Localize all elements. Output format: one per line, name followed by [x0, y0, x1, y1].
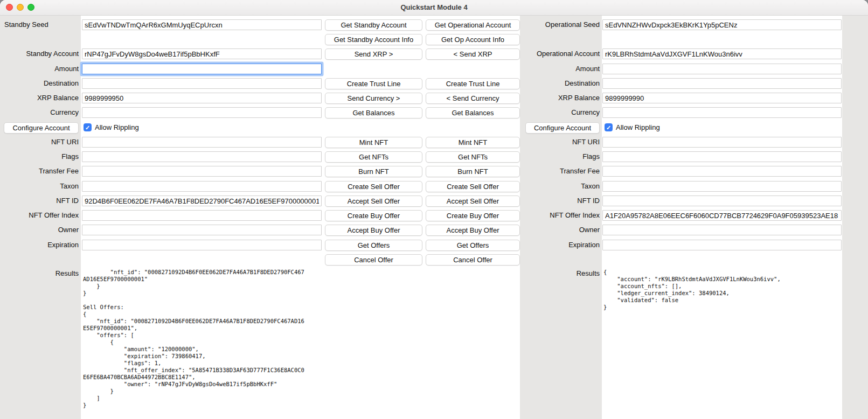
operational-seed-label: Operational Seed — [521, 19, 600, 30]
standby-owner-input[interactable] — [82, 225, 322, 235]
standby-xrp-balance-label: XRP Balance — [0, 93, 79, 103]
operational-seed-input[interactable] — [602, 19, 842, 30]
standby-account-label: Standby Account — [0, 48, 79, 59]
operational-allow-rippling-checkbox[interactable] — [605, 123, 613, 131]
operational-owner-input[interactable] — [602, 225, 842, 235]
operational-destination-label: Destination — [521, 78, 600, 89]
standby-allow-rippling-checkbox[interactable] — [84, 123, 92, 131]
get-operational-account-button[interactable]: Get Operational Account — [426, 19, 520, 31]
operational-send-currency-button[interactable]: < Send Currency — [426, 93, 520, 104]
traffic-lights — [6, 4, 34, 11]
operational-currency-input[interactable] — [602, 107, 842, 118]
standby-amount-input[interactable] — [82, 64, 322, 74]
standby-send-currency-button[interactable]: Send Currency > — [325, 93, 422, 104]
operational-nft-uri-label: NFT URI — [521, 137, 600, 148]
standby-expiration-label: Expiration — [0, 240, 79, 250]
standby-taxon-input[interactable] — [82, 181, 322, 192]
operational-transfer-fee-input[interactable] — [602, 166, 842, 177]
operational-results-textarea[interactable] — [602, 267, 842, 417]
operational-expiration-input[interactable] — [602, 240, 842, 250]
operational-nft-id-input[interactable] — [602, 195, 842, 206]
operational-xrp-balance-input[interactable] — [602, 93, 842, 103]
standby-currency-label: Currency — [0, 107, 79, 118]
operational-amount-input[interactable] — [602, 64, 842, 74]
standby-destination-input[interactable] — [82, 78, 322, 89]
standby-nft-uri-input[interactable] — [82, 137, 322, 148]
operational-nft-offer-index-label: NFT Offer Index — [521, 210, 600, 221]
standby-account-input[interactable] — [82, 48, 322, 59]
standby-xrp-balance-input[interactable] — [82, 93, 322, 103]
standby-transfer-fee-input[interactable] — [82, 166, 322, 177]
standby-seed-label: Standby Seed — [0, 19, 79, 30]
operational-destination-input[interactable] — [602, 78, 842, 89]
standby-expiration-input[interactable] — [82, 240, 322, 250]
close-window-button[interactable] — [6, 4, 13, 11]
operational-burn-nft-button[interactable]: Burn NFT — [426, 166, 520, 177]
operational-nft-uri-input[interactable] — [602, 137, 842, 148]
standby-create-sell-offer-button[interactable]: Create Sell Offer — [325, 181, 422, 192]
operational-amount-label: Amount — [521, 64, 600, 74]
titlebar: Quickstart Module 4 — [0, 0, 868, 16]
standby-create-trust-line-button[interactable]: Create Trust Line — [325, 78, 422, 89]
operational-nft-offer-index-input[interactable] — [602, 210, 842, 221]
standby-create-buy-offer-button[interactable]: Create Buy Offer — [325, 210, 422, 221]
operational-cancel-offer-button[interactable]: Cancel Offer — [426, 254, 520, 266]
operational-taxon-input[interactable] — [602, 181, 842, 192]
get-op-account-info-button[interactable]: Get Op Account Info — [426, 34, 520, 45]
operational-create-sell-offer-button[interactable]: Create Sell Offer — [426, 181, 520, 192]
operational-currency-label: Currency — [521, 107, 600, 118]
standby-get-balances-button[interactable]: Get Balances — [325, 107, 422, 118]
window-title: Quickstart Module 4 — [0, 0, 868, 15]
operational-create-trust-line-button[interactable]: Create Trust Line — [426, 78, 520, 89]
operational-accept-buy-offer-button[interactable]: Accept Buy Offer — [426, 225, 520, 236]
standby-results-label: Results — [0, 268, 79, 279]
standby-results-textarea[interactable] — [82, 267, 322, 417]
operational-transfer-fee-label: Transfer Fee — [521, 166, 600, 177]
operational-taxon-label: Taxon — [521, 181, 600, 192]
operational-flags-input[interactable] — [602, 151, 842, 162]
main-content: Standby Seed Get Standby Account Get Ope… — [0, 15, 868, 419]
standby-nft-offer-index-label: NFT Offer Index — [0, 210, 79, 221]
standby-nft-uri-label: NFT URI — [0, 137, 79, 148]
standby-nft-id-label: NFT ID — [0, 195, 79, 206]
standby-flags-input[interactable] — [82, 151, 322, 162]
operational-account-input[interactable] — [602, 48, 842, 59]
operational-send-xrp-button[interactable]: < Send XRP — [426, 48, 520, 60]
standby-get-nfts-button[interactable]: Get NFTs — [325, 151, 422, 163]
get-standby-account-info-button[interactable]: Get Standby Account Info — [325, 34, 422, 45]
standby-cancel-offer-button[interactable]: Cancel Offer — [325, 254, 422, 266]
standby-configure-account-button[interactable]: Configure Account — [4, 122, 79, 134]
operational-nft-id-label: NFT ID — [521, 195, 600, 206]
operational-expiration-label: Expiration — [521, 240, 600, 250]
minimize-window-button[interactable] — [17, 4, 24, 11]
operational-get-balances-button[interactable]: Get Balances — [426, 107, 520, 118]
standby-transfer-fee-label: Transfer Fee — [0, 166, 79, 177]
standby-get-offers-button[interactable]: Get Offers — [325, 240, 422, 251]
get-standby-account-button[interactable]: Get Standby Account — [325, 19, 422, 31]
standby-nft-id-input[interactable] — [82, 195, 322, 206]
standby-flags-label: Flags — [0, 151, 79, 162]
operational-accept-sell-offer-button[interactable]: Accept Sell Offer — [426, 195, 520, 207]
operational-get-offers-button[interactable]: Get Offers — [426, 240, 520, 251]
standby-accept-buy-offer-button[interactable]: Accept Buy Offer — [325, 225, 422, 236]
standby-seed-input[interactable] — [82, 19, 322, 30]
operational-owner-label: Owner — [521, 225, 600, 235]
standby-send-xrp-button[interactable]: Send XRP > — [325, 48, 422, 60]
operational-xrp-balance-label: XRP Balance — [521, 93, 600, 103]
standby-nft-offer-index-input[interactable] — [82, 210, 322, 221]
operational-configure-account-button[interactable]: Configure Account — [525, 122, 600, 134]
standby-amount-label: Amount — [0, 64, 79, 74]
operational-flags-label: Flags — [521, 151, 600, 162]
operational-allow-rippling-label: Allow Rippling — [616, 122, 691, 133]
standby-currency-input[interactable] — [82, 107, 322, 118]
standby-burn-nft-button[interactable]: Burn NFT — [325, 166, 422, 177]
operational-get-nfts-button[interactable]: Get NFTs — [426, 151, 520, 163]
standby-mint-nft-button[interactable]: Mint NFT — [325, 137, 422, 148]
zoom-window-button[interactable] — [27, 4, 34, 11]
standby-owner-label: Owner — [0, 225, 79, 235]
operational-account-label: Operational Account — [521, 48, 600, 59]
right-margin-background — [842, 15, 868, 419]
operational-create-buy-offer-button[interactable]: Create Buy Offer — [426, 210, 520, 221]
standby-accept-sell-offer-button[interactable]: Accept Sell Offer — [325, 195, 422, 207]
operational-mint-nft-button[interactable]: Mint NFT — [426, 137, 520, 148]
